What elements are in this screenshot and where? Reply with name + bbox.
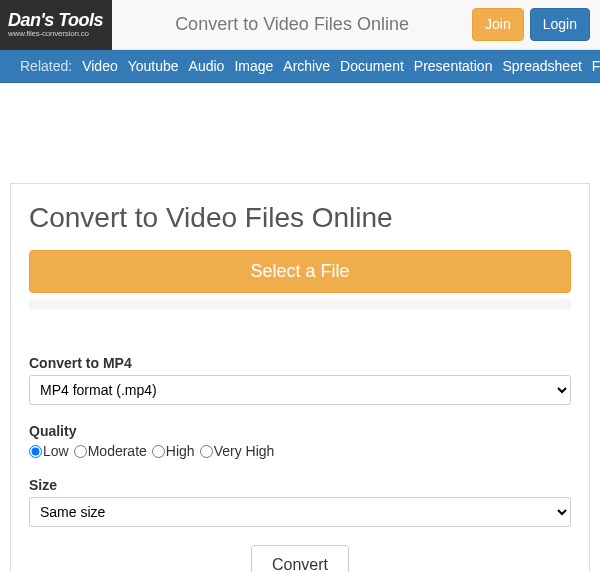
quality-option-veryhigh[interactable]: Very High: [200, 443, 275, 459]
related-link-image[interactable]: Image: [234, 58, 273, 74]
related-link-presentation[interactable]: Presentation: [414, 58, 493, 74]
related-label: Related:: [20, 58, 72, 74]
quality-group: Quality Low Moderate High Very High: [29, 423, 571, 459]
convert-to-group: Convert to MP4 MP4 format (.mp4): [29, 355, 571, 405]
size-label: Size: [29, 477, 571, 493]
converter-panel: Convert to Video Files Online Select a F…: [10, 183, 590, 572]
related-link-audio[interactable]: Audio: [189, 58, 225, 74]
convert-row: Convert: [29, 545, 571, 572]
quality-text-high: High: [166, 443, 195, 459]
quality-option-high[interactable]: High: [152, 443, 195, 459]
quality-radio-moderate[interactable]: [74, 445, 87, 458]
quality-radio-high[interactable]: [152, 445, 165, 458]
quality-text-low: Low: [43, 443, 69, 459]
file-placeholder: [29, 299, 571, 309]
brand-logo[interactable]: Dan's Tools www.files-conversion.co: [0, 0, 112, 50]
content: Convert to Video Files Online Select a F…: [0, 83, 600, 572]
select-file-button[interactable]: Select a File: [29, 250, 571, 293]
related-link-spreadsheet[interactable]: Spreadsheet: [502, 58, 581, 74]
quality-option-moderate[interactable]: Moderate: [74, 443, 147, 459]
related-links: Video Youtube Audio Image Archive Docume…: [82, 58, 600, 74]
quality-radio-low[interactable]: [29, 445, 42, 458]
quality-radio-veryhigh[interactable]: [200, 445, 213, 458]
related-link-archive[interactable]: Archive: [283, 58, 330, 74]
join-button[interactable]: Join: [472, 8, 524, 42]
quality-text-veryhigh: Very High: [214, 443, 275, 459]
convert-to-select[interactable]: MP4 format (.mp4): [29, 375, 571, 405]
auth-buttons: Join Login: [472, 8, 590, 42]
related-link-font[interactable]: Font: [592, 58, 600, 74]
convert-to-label: Convert to MP4: [29, 355, 571, 371]
login-button[interactable]: Login: [530, 8, 590, 42]
convert-button[interactable]: Convert: [251, 545, 349, 572]
related-link-video[interactable]: Video: [82, 58, 118, 74]
size-select[interactable]: Same size: [29, 497, 571, 527]
brand-subtitle: www.files-conversion.co: [8, 29, 104, 38]
related-link-document[interactable]: Document: [340, 58, 404, 74]
panel-heading: Convert to Video Files Online: [29, 202, 571, 234]
brand-title: Dan's Tools: [8, 11, 104, 29]
related-nav: Related: Video Youtube Audio Image Archi…: [0, 50, 600, 83]
topbar: Dan's Tools www.files-conversion.co Conv…: [0, 0, 600, 50]
quality-option-low[interactable]: Low: [29, 443, 69, 459]
size-group: Size Same size: [29, 477, 571, 527]
page-title: Convert to Video Files Online: [112, 14, 472, 35]
related-link-youtube[interactable]: Youtube: [128, 58, 179, 74]
quality-text-moderate: Moderate: [88, 443, 147, 459]
quality-label: Quality: [29, 423, 571, 439]
quality-options: Low Moderate High Very High: [29, 443, 571, 459]
